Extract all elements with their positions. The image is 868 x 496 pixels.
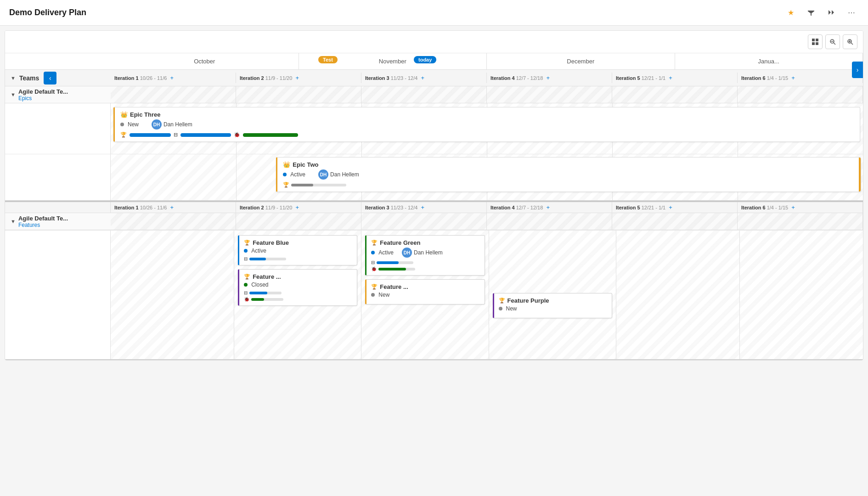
epic-two-crown-icon: 👑 — [283, 161, 290, 168]
bug-icon-1: 🐞 — [234, 132, 240, 138]
bug-icon-fg: 🐞 — [371, 266, 377, 271]
nav-left-button[interactable]: ‹ — [44, 72, 56, 85]
feature-purple-title-row: 🏆 Feature Purple — [499, 297, 607, 304]
epic-three-card[interactable]: 👑 Epic Three New DH Dan Hellem 🏆 — [113, 107, 860, 142]
t2-iter4-name: Iteration 4 — [490, 205, 515, 210]
feature-green-assignee: Dan Hellem — [414, 249, 443, 256]
today-marker-label: today — [414, 56, 436, 63]
app-header: Demo Delivery Plan ★ ⋯ — [0, 0, 868, 26]
iter5-name: Iteration 5 — [616, 75, 640, 81]
collapse-button[interactable] — [824, 6, 839, 20]
team1-row: ▼ Agile Default Te... Epics — [5, 86, 863, 103]
teams-collapse-button[interactable]: ▼ — [11, 75, 16, 81]
scroll-right-button[interactable]: › — [852, 62, 863, 78]
epic-three-gantt-bars: 🏆 ⊟ 🐞 — [120, 132, 854, 138]
feature-blue2-status: Closed — [251, 282, 268, 288]
feature-blue2-bar2: 🐞 — [244, 297, 352, 302]
t2-iter6-add[interactable]: + — [791, 204, 795, 211]
iter6-add-button[interactable]: + — [791, 74, 795, 81]
svg-line-6 — [834, 43, 835, 45]
t2-iter4-add[interactable]: + — [546, 204, 550, 211]
feature-purple-title: Feature Purple — [507, 297, 549, 304]
feature-orange-status-row: New — [371, 292, 479, 298]
more-button[interactable]: ⋯ — [844, 6, 859, 20]
epic-three-bar-blue2 — [180, 133, 231, 137]
feature-orange-status: New — [378, 292, 389, 298]
epic-three-status-dot — [120, 123, 124, 126]
iter2-add-button[interactable]: + — [295, 74, 299, 81]
feature-blue2-card[interactable]: 🏆 Feature ... Closed ⊟ — [238, 269, 357, 306]
feat-iter3-col: 🏆 Feature Green Active DH Dan Hellem — [361, 231, 489, 359]
feat-iter6-col — [740, 231, 863, 359]
team2-iter6-header: Iteration 6 1/4 - 1/15 + — [738, 202, 863, 213]
fb2-bar2-fill — [251, 298, 264, 301]
team1-sublabel[interactable]: Epics — [18, 95, 68, 101]
t2-iter5-add[interactable]: + — [669, 204, 672, 211]
feature-green-status-row: Active DH Dan Hellem — [371, 248, 479, 258]
feature-purple-area: 🏆 Feature Purple New — [491, 293, 614, 318]
iteration-headers-row1: Iteration 1 10/26 - 11/6 + Iteration 2 1… — [111, 73, 863, 83]
iter-header-5: Iteration 5 12/21 - 1/1 + — [612, 73, 738, 83]
epic-three-title-row: 👑 Epic Three — [120, 111, 854, 118]
epic-three-row: 👑 Epic Three New DH Dan Hellem 🏆 — [5, 103, 863, 154]
teams-cell: ▼ Teams ‹ — [5, 72, 111, 85]
team2-iter4-header: Iteration 4 12/7 - 12/18 + — [487, 202, 612, 213]
iter1-dates: 10/26 - 11/6 — [140, 75, 167, 81]
t2-iter3-add[interactable]: + — [421, 204, 424, 211]
team1-timeline-bg — [111, 86, 863, 103]
team1-group: ▼ Agile Default Te... Epics — [5, 86, 863, 201]
epic-three-bar-green — [243, 133, 298, 137]
t2-iter5-name: Iteration 5 — [616, 205, 640, 210]
feat-iter1-col — [111, 231, 234, 359]
svg-rect-0 — [812, 39, 815, 41]
epic-two-card[interactable]: 👑 Epic Two Active DH Dan Hellem 🏆 — [276, 157, 861, 192]
feature-blue-card[interactable]: 🏆 Feature Blue Active ⊟ — [238, 235, 357, 265]
team2-sublabel[interactable]: Features — [18, 222, 68, 228]
feature-green-card[interactable]: 🏆 Feature Green Active DH Dan Hellem — [365, 235, 485, 276]
iter-header-1: Iteration 1 10/26 - 11/6 + — [111, 73, 236, 83]
team2-iter5-header: Iteration 5 12/21 - 1/1 + — [612, 202, 738, 213]
epic-three-timeline: 👑 Epic Three New DH Dan Hellem 🏆 — [111, 103, 863, 154]
team2-collapse-button[interactable]: ▼ — [11, 219, 16, 224]
feature-blue2-bar1: ⊟ — [244, 290, 352, 295]
feature-orange-card[interactable]: 🏆 Feature ... New — [365, 279, 485, 304]
feature-blue-status-dot — [244, 249, 248, 253]
t2-iter3-dates: 11/23 - 12/4 — [391, 205, 418, 210]
iter3-add-button[interactable]: + — [421, 74, 424, 81]
feature-green-status: Active — [378, 249, 394, 256]
feature-green-status-dot — [371, 251, 375, 254]
filter-button[interactable] — [804, 6, 818, 20]
t2-iter1-add[interactable]: + — [170, 204, 174, 211]
feature-green-bar1: ⊟ — [371, 260, 479, 265]
trophy-icon-fb2: 🏆 — [244, 274, 250, 280]
iter4-add-button[interactable]: + — [546, 74, 550, 81]
zoom-out-button[interactable] — [825, 34, 840, 49]
t2-iter6-name: Iteration 6 — [741, 205, 766, 210]
iter3-name: Iteration 3 — [365, 75, 389, 81]
t2-iter4-dates: 12/7 - 12/18 — [516, 205, 543, 210]
zoom-in-button[interactable] — [843, 34, 857, 49]
t2-iter5-dates: 12/21 - 1/1 — [642, 205, 666, 210]
team1-collapse-button[interactable]: ▼ — [11, 92, 16, 97]
feature-purple-status-row: New — [499, 305, 607, 312]
team2-iter2-header: Iteration 2 11/9 - 11/20 + — [236, 202, 361, 213]
t2-iter2-add[interactable]: + — [295, 204, 299, 211]
epic-three-crown-icon: 👑 — [120, 111, 128, 118]
favorite-button[interactable]: ★ — [783, 6, 798, 20]
epic-three-assignee: Dan Hellem — [163, 121, 192, 128]
feature-purple-card[interactable]: 🏆 Feature Purple New — [493, 293, 612, 318]
trophy-icon-fg: 🏆 — [371, 240, 378, 246]
epic-two-title-row: 👑 Epic Two — [283, 161, 855, 168]
iter-header-3: Iteration 3 11/23 - 12/4 + — [361, 73, 487, 83]
team2-name: Agile Default Te... — [18, 215, 68, 222]
iter5-add-button[interactable]: + — [669, 74, 672, 81]
sprint-icon-fg: ⊟ — [371, 260, 375, 265]
epic-three-bar-blue — [130, 133, 171, 137]
month-october: October — [111, 53, 299, 70]
fg-bar2-fill — [378, 268, 406, 271]
feature-blue2-status-row: Closed — [244, 282, 352, 288]
epic-two-status-dot — [283, 173, 287, 176]
iter1-add-button[interactable]: + — [170, 74, 174, 81]
iter5-dates: 12/21 - 1/1 — [642, 75, 666, 81]
grid-view-button[interactable] — [808, 34, 823, 49]
